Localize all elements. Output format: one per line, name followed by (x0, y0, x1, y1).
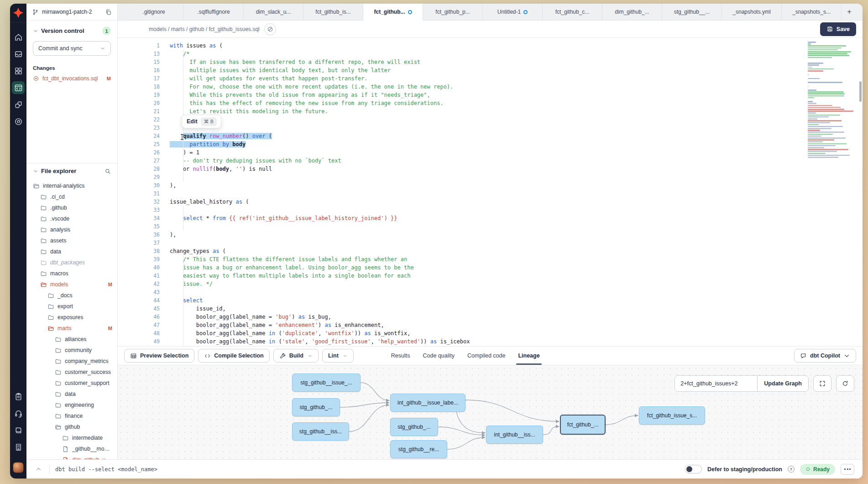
tab-Untitled-1[interactable]: Untitled-1 (483, 4, 543, 20)
tree-item-dim_github_users.sql[interactable]: dim_github_users.sql (26, 454, 117, 459)
tree-item-_github__models.yml[interactable]: _github__models.yml (26, 443, 117, 454)
save-button[interactable]: Save (820, 22, 856, 36)
code-line-17[interactable]: 17 will get updates for events that happ… (118, 74, 863, 83)
tree-item-dbt_packages[interactable]: dbt_packages (26, 257, 117, 268)
tab-fct_github...[interactable]: fct_github... (363, 4, 423, 21)
lineage-node-stg_github__iss[interactable]: stg_github__iss... (292, 422, 349, 441)
code-line-37[interactable]: 37 (118, 239, 863, 247)
tree-item-macros[interactable]: macros (26, 268, 117, 279)
dbt-copilot-button[interactable]: dbt Copilot (794, 349, 856, 363)
tab-_snapshots_s...[interactable]: _snapshots_s... (782, 4, 842, 20)
code-line-20[interactable]: 20 this has the effect of removing the n… (118, 99, 863, 107)
tree-item-github[interactable]: github (26, 421, 117, 432)
tree-item-alliances[interactable]: alliances (26, 334, 117, 345)
new-tab-button[interactable]: + (842, 4, 857, 20)
code-line-40[interactable]: 40 issue has a bug or enhancement label.… (118, 263, 863, 272)
tree-item-marts[interactable]: martsM (26, 323, 117, 334)
code-line-27[interactable]: 27 -- don't try deduping issues with no … (118, 157, 863, 165)
code-line-1[interactable]: 1with issues as ( (118, 42, 863, 50)
rail-item-grid[interactable] (12, 64, 25, 77)
lineage-node-int_github__iss[interactable]: int_github__iss... (486, 426, 543, 444)
more-options-button[interactable] (841, 464, 854, 475)
tree-item-.github[interactable]: .github (26, 202, 117, 213)
code-line-44[interactable]: 44 select (118, 296, 863, 305)
result-tab-code-quality[interactable]: Code quality (417, 347, 461, 365)
code-line-43[interactable]: 43 (118, 288, 863, 296)
file-explorer-header[interactable]: File explorer (26, 163, 117, 179)
tree-item-engineering[interactable]: engineering (26, 400, 117, 410)
lineage-node-stg_github__re[interactable]: stg_github__re... (390, 440, 447, 458)
version-control-header[interactable]: Version control 1 (33, 26, 111, 35)
code-line-41[interactable]: 41 easiest way to flatten multiple label… (118, 272, 863, 280)
fullscreen-button[interactable] (813, 375, 831, 392)
tree-item-community[interactable]: community (26, 345, 117, 356)
code-line-49[interactable]: 49 boolor_agg(label_name in ('stale', 'g… (118, 337, 863, 346)
result-tab-lineage[interactable]: Lineage (512, 347, 546, 365)
tree-item-analysis[interactable]: analysis (26, 224, 117, 235)
lineage-node-int_github__issue_labe[interactable]: int_github__issue_labe... (390, 394, 465, 412)
docs-slash-circle-button[interactable] (264, 23, 276, 35)
tree-item-finance[interactable]: finance (26, 410, 117, 421)
command-input[interactable]: dbt build --select <model_name> (55, 466, 157, 473)
code-line-22[interactable]: 22 (118, 116, 863, 124)
code-line-36[interactable]: 36), (118, 231, 863, 239)
lineage-node-fct_github_issue_s[interactable]: fct_github_issue_s... (639, 406, 705, 425)
rail-item-branchout[interactable] (12, 98, 25, 111)
code-line-15[interactable]: 15 If an issue has been transferred to a… (118, 58, 863, 66)
code-line-42[interactable]: 42 issue. */ (118, 280, 863, 288)
build-button[interactable]: Build (273, 349, 319, 363)
code-line-45[interactable]: 45 issue_id, (118, 305, 863, 313)
search-icon[interactable] (105, 168, 111, 174)
tab-.sqlfluffignore[interactable]: .sqlfluffignore (184, 4, 244, 20)
defer-toggle[interactable] (685, 465, 702, 473)
code-line-34[interactable]: 34 select * from {{ ref('int_github__iss… (118, 214, 863, 222)
tree-item-customer_support[interactable]: customer_support (26, 378, 117, 389)
tree-item-export[interactable]: export (26, 301, 117, 312)
tree-item-internal-analytics[interactable]: internal-analytics (26, 180, 117, 191)
code-line-46[interactable]: 46 boolor_agg(label_name = 'bug') as is_… (118, 313, 863, 321)
lineage-node-stg_github__issue_[interactable]: stg_github__issue_... (292, 374, 361, 392)
help-icon[interactable]: ? (788, 466, 795, 473)
copy-icon[interactable] (105, 9, 112, 16)
tree-item-exposures[interactable]: exposures (26, 312, 117, 323)
edit-popover-label[interactable]: Edit (187, 118, 198, 125)
scrollbar-thumb[interactable] (859, 81, 862, 102)
refresh-button[interactable] (836, 375, 854, 392)
lineage-node-fct_github_[interactable]: fct_github_... (560, 415, 606, 435)
tab-dim_slack_u...[interactable]: dim_slack_u... (244, 4, 303, 20)
tab-stg_github__...[interactable]: stg_github__... (662, 4, 722, 20)
rail-item-building[interactable] (12, 441, 25, 453)
code-line-30[interactable]: 30), (118, 181, 863, 189)
code-line-23[interactable]: 23 (118, 124, 863, 132)
edit-popover[interactable]: Edit ⌘ B (182, 115, 221, 128)
lineage-node-stg_github_[interactable]: stg_github_... (390, 418, 438, 436)
changed-file[interactable]: fct_dbt_invocations.sqlM (33, 75, 111, 82)
code-line-19[interactable]: 19 While this prevents the old issue fro… (118, 91, 863, 99)
code-line-25[interactable]: 25 partition by body (118, 140, 863, 148)
lineage-graph[interactable]: stg_github__issue_...stg_github_...stg_g… (118, 365, 863, 459)
result-tab-compiled-code[interactable]: Compiled code (461, 347, 512, 365)
code-line-38[interactable]: 38change_types as ( (118, 247, 863, 255)
code-line-26[interactable]: 26 ) = 1 (118, 148, 863, 157)
tree-item-intermediate[interactable]: intermediate (26, 432, 117, 443)
code-line-47[interactable]: 47 boolor_agg(label_name = 'enhancement'… (118, 321, 863, 329)
code-line-28[interactable]: 28 or nullif(body, '') is null (118, 165, 863, 173)
tree-item-data[interactable]: data (26, 389, 117, 400)
code-line-24[interactable]: 24 qualify row_number() over ( (118, 132, 863, 140)
code-line-35[interactable]: 35 (118, 222, 863, 231)
tree-item-customer_success[interactable]: customer_success (26, 367, 117, 378)
tree-item-models[interactable]: modelsM (26, 279, 117, 290)
rail-item-book[interactable] (12, 424, 25, 437)
expand-command-bar-button[interactable] (33, 464, 44, 475)
code-line-48[interactable]: 48 boolor_agg(label_name in ('duplicate'… (118, 329, 863, 337)
user-avatar[interactable] (13, 462, 24, 473)
tab-fct_github_c...[interactable]: fct_github_c... (543, 4, 602, 20)
code-line-32[interactable]: 32issue_label_history as ( (118, 198, 863, 206)
code-line-18[interactable]: 18 For now, choose the one with more rec… (118, 83, 863, 91)
tree-item-.ci_cd[interactable]: .ci_cd (26, 191, 117, 202)
tab-dim_github_...[interactable]: dim_github_... (602, 4, 662, 20)
rail-item-headset[interactable] (12, 407, 25, 420)
lineage-node-stg_github_[interactable]: stg_github_... (292, 398, 340, 416)
lint-button[interactable]: Lint (322, 349, 354, 363)
rail-item-compass[interactable] (12, 115, 25, 128)
